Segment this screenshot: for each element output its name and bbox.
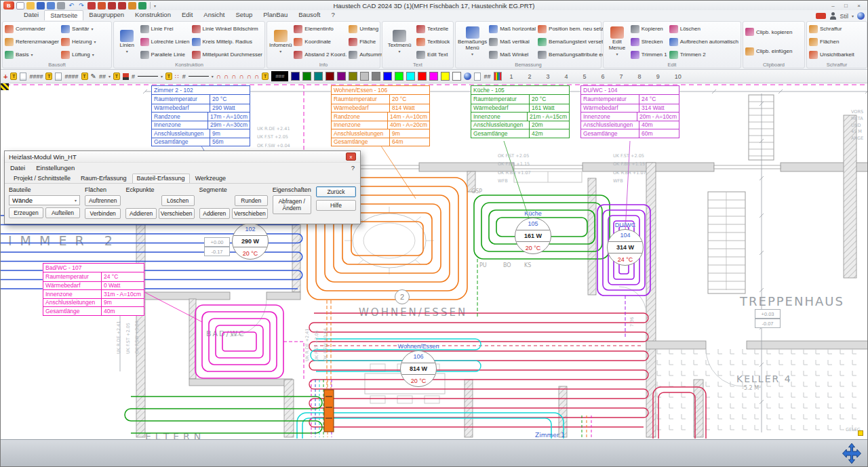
floor-plan-svg[interactable] xyxy=(1,83,868,439)
pen-style-icon[interactable]: ✎ xyxy=(91,73,96,80)
clipb-kopieren-button[interactable]: Clipb. kopieren xyxy=(745,26,792,38)
palette-color-swatch[interactable] xyxy=(441,72,450,81)
fl-chen-button[interactable]: Flächen xyxy=(809,36,854,47)
sheet-icon[interactable] xyxy=(20,73,26,81)
dropdown-arrow-icon[interactable]: ▾ xyxy=(212,74,214,79)
edit-text-button[interactable]: Edit Text xyxy=(416,49,450,60)
dialog-help-icon[interactable]: ? xyxy=(351,164,355,171)
linetype-flag-icon[interactable] xyxy=(123,73,129,80)
koordinate-button[interactable]: Koordinate xyxy=(294,36,347,47)
linie-winkel-bildschirm-button[interactable]: Linie Winkel Bildschirm xyxy=(192,23,262,35)
new-document-icon[interactable] xyxy=(16,2,24,9)
palette-color-swatch[interactable] xyxy=(314,72,323,81)
menu-tab-planbau[interactable]: PlanBau xyxy=(258,10,293,20)
textblock-button[interactable]: Textblock xyxy=(416,36,450,47)
infomen-button[interactable]: Infomenü▾ xyxy=(269,22,292,61)
auftrennen-button[interactable]: Auftrennen xyxy=(85,195,121,206)
tool-chart-icon[interactable] xyxy=(138,2,146,9)
mittelpunkt-durchmesser-button[interactable]: Mittelpunkt Durchmesser xyxy=(192,49,262,60)
palette-color-swatch[interactable] xyxy=(418,72,427,81)
menu-tab-baugruppen[interactable]: Baugruppen xyxy=(83,10,130,20)
bausoft-sphere-icon[interactable] xyxy=(857,12,865,20)
layer-lock-icon[interactable]: T xyxy=(262,73,269,80)
parallele-linie-button[interactable]: Parallele Linie xyxy=(140,49,190,60)
tool-dynamite-icon[interactable] xyxy=(128,2,136,9)
heizung-button[interactable]: Heizung▾ xyxy=(61,36,96,47)
abfragen-aendern-button[interactable]: Abfragen / Ändern xyxy=(273,195,311,214)
aufteilen-button[interactable]: Aufteilen xyxy=(45,207,80,218)
trimmen-1-button[interactable]: Trimmen 1 xyxy=(631,49,667,60)
style-dropdown[interactable]: Stil xyxy=(840,13,848,20)
tab-projekt-schnittstelle[interactable]: Projekt / Schnittstelle xyxy=(9,174,75,183)
active-color-box[interactable]: ### xyxy=(271,71,288,81)
segmente-verschieben-button[interactable]: Verschieben xyxy=(232,208,268,219)
close-button[interactable]: × xyxy=(853,2,865,9)
dialog-menu-einstellungen[interactable]: Einstellungen xyxy=(36,164,75,171)
snap-magnet-icon-3[interactable]: ∩ xyxy=(231,73,236,80)
l-schen-button[interactable]: Löschen xyxy=(669,23,738,35)
snap-magnet-icon-2[interactable]: ∩ xyxy=(224,73,229,80)
ma-vertikal-button[interactable]: Maß vertikal xyxy=(489,36,536,47)
snap-magnet-icon-4[interactable]: ∩ xyxy=(239,73,243,80)
layer-lock-icon[interactable]: T xyxy=(81,73,88,80)
palette-color-swatch[interactable] xyxy=(360,72,369,81)
tool-pin-icon[interactable] xyxy=(98,2,106,9)
erzeugen-button[interactable]: Erzeugen xyxy=(9,207,43,218)
tool-track2-icon[interactable] xyxy=(118,2,126,9)
sanit-r-button[interactable]: Sanitär▾ xyxy=(61,23,96,35)
render-sphere-icon[interactable] xyxy=(464,73,471,80)
menu-tab-konstruktion[interactable]: Konstruktion xyxy=(130,10,176,20)
menu-tab-setup[interactable]: Setup xyxy=(230,10,258,20)
pan-tool-icon[interactable] xyxy=(840,442,863,465)
runden-button[interactable]: Runden xyxy=(235,195,268,206)
hatch-preview-icon[interactable] xyxy=(494,72,502,81)
dialog-close-button[interactable]: x xyxy=(346,153,356,161)
snap-magnet-icon-6[interactable]: ∩ xyxy=(254,73,259,80)
menu-tab-[interactable]: ? xyxy=(326,10,340,20)
layer-lock-icon[interactable]: T xyxy=(165,73,172,80)
bauteile-select[interactable]: Wände ▾ xyxy=(9,195,80,205)
qat-customize-icon[interactable]: ▾ xyxy=(154,3,156,8)
tab-bauteil-erfassung[interactable]: Bauteil-Erfassung xyxy=(132,174,190,183)
print-icon[interactable] xyxy=(57,2,65,9)
eckpunkte-loeschen-button[interactable]: Löschen xyxy=(161,195,195,206)
notification-badge-icon[interactable] xyxy=(816,13,826,19)
palette-color-swatch[interactable] xyxy=(452,72,461,81)
l-ftung-button[interactable]: Lüftung▾ xyxy=(61,49,96,60)
bema-ungsattribute-edit-button[interactable]: Bemaßungsattribute edit xyxy=(538,49,612,60)
layer-lock-icon[interactable]: T xyxy=(45,73,52,80)
tool-track1-icon[interactable] xyxy=(108,2,116,9)
drawing-canvas[interactable]: ZIMMER 2WOHNEN/ESSENBAD/WCELTERNTREPPENH… xyxy=(1,83,868,439)
line-style-preview[interactable] xyxy=(138,76,158,77)
snap-magnet-icon-1[interactable]: ∩ xyxy=(216,73,221,80)
zurueck-button[interactable]: Zurück xyxy=(316,186,356,197)
commander-button[interactable]: Commander xyxy=(5,23,59,35)
elementinfo-button[interactable]: Elementinfo xyxy=(294,23,347,35)
snap-magnet-icon-5[interactable]: ∩ xyxy=(247,73,252,80)
aufbrechen-automatisch-button[interactable]: Aufbrechen automatisch xyxy=(669,36,738,47)
user-icon[interactable] xyxy=(829,12,836,20)
palette-color-swatch[interactable] xyxy=(349,72,357,81)
layer-lock-icon[interactable]: T xyxy=(10,73,17,80)
schraffur-button[interactable]: Schraffur xyxy=(809,23,854,35)
hilfe-button[interactable]: Hilfe xyxy=(316,200,356,211)
maximize-button[interactable]: □ xyxy=(840,2,852,9)
ma-horizontal-button[interactable]: Maß horizontal xyxy=(489,23,536,35)
lotrechte-linien-button[interactable]: Lotrechte Linien xyxy=(140,36,190,47)
palette-color-swatch[interactable] xyxy=(302,72,311,81)
verbinden-button[interactable]: Verbinden xyxy=(85,208,121,219)
palette-color-swatch[interactable] xyxy=(337,72,346,81)
linie-frei-button[interactable]: Linie Frei xyxy=(140,23,190,35)
dropdown-arrow-icon[interactable]: ▾ xyxy=(161,74,163,79)
eckpunkte-verschieben-button[interactable]: Verschieben xyxy=(159,208,195,219)
point-style-icon[interactable]: ∷ xyxy=(175,73,180,80)
worksheet-page-icon[interactable] xyxy=(474,73,481,81)
linien-button[interactable]: Linien▾ xyxy=(116,22,138,61)
kreis-mittelp-radius-button[interactable]: Kreis Mittelp. Radius xyxy=(192,36,262,47)
bema-ungs-men-button[interactable]: Bemaßungs Menü▾ xyxy=(458,22,487,61)
palette-color-swatch[interactable] xyxy=(372,72,380,81)
kopieren-button[interactable]: Kopieren xyxy=(631,23,667,35)
menu-tab-bausoft[interactable]: Bausoft xyxy=(293,10,326,20)
abstand-2-koord-button[interactable]: Abstand 2 Koord. xyxy=(294,49,347,60)
palette-color-swatch[interactable] xyxy=(429,72,438,81)
